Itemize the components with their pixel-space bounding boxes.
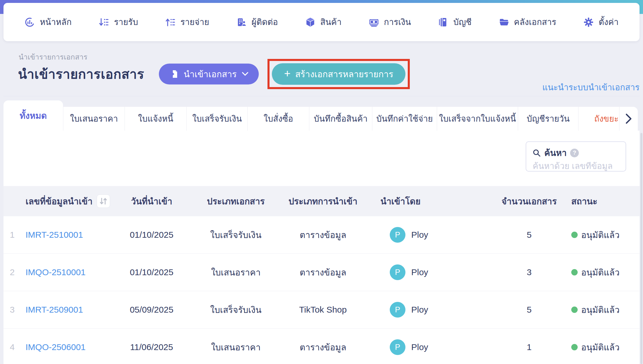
nav-label: รายจ่าย [180, 15, 209, 29]
doc-count: 5 [494, 230, 564, 240]
tabs-scroll-right-button[interactable] [619, 107, 638, 131]
row-number: 4 [3, 342, 21, 352]
import-button-label: นำเข้าเอกสาร [184, 67, 237, 81]
import-type: ตารางข้อมูล [279, 266, 367, 279]
nav-item-settings[interactable]: ตั้งค่า [583, 15, 619, 29]
status-cell: อนุมัติแล้ว [564, 340, 640, 354]
documents-icon [499, 17, 509, 28]
plus-icon: + [284, 68, 290, 79]
tab-daily-ledger[interactable]: บัญชีรายวัน [518, 107, 578, 131]
header-status: สถานะ [564, 194, 640, 208]
avatar: P [390, 339, 405, 355]
user-name: Ploy [411, 305, 428, 315]
chevron-right-icon [625, 113, 632, 124]
table-row[interactable]: 1 IMRT-2510001 01/10/2025 ใบเสร็จรับเงิน… [3, 216, 640, 254]
nav-item-contacts[interactable]: ผู้ติดต่อ [236, 15, 278, 29]
header-imported-by: นำเข้าโดย [367, 194, 494, 208]
status-badge: อนุมัติแล้ว [581, 340, 619, 354]
avatar: P [390, 264, 405, 280]
tab-expense-record[interactable]: บันทึกค่าใช้จ่าย [372, 107, 437, 131]
search-input[interactable] [533, 161, 617, 171]
status-dot-icon [571, 344, 578, 350]
header-import-type: ประเภทการนำเข้า [279, 194, 367, 208]
accounting-icon [438, 17, 449, 28]
search-help-icon[interactable]: ? [570, 149, 579, 157]
import-date: 11/06/2025 [111, 342, 192, 352]
import-type: ตารางข้อมูล [279, 228, 367, 242]
search-box[interactable]: ค้นหา ? [526, 141, 626, 172]
nav-item-expense[interactable]: รายจ่าย [165, 15, 209, 29]
page-title: นำเข้ารายการเอกสาร [18, 64, 144, 84]
vertical-scrollbar[interactable] [640, 133, 642, 364]
status-badge: อนุมัติแล้ว [581, 303, 619, 317]
import-table: เลขที่ข้อมูลนำเข้า วันที่นำเข้า ประเภทเอ… [3, 186, 640, 364]
content-panel: ค้นหา ? เลขที่ข้อมูลนำเข้า วันที่นำเข้า … [3, 131, 640, 364]
import-id-link[interactable]: IMRT-2510001 [21, 230, 111, 240]
table-row[interactable]: 2 IMQO-2510001 01/10/2025 ใบเสนอราคา ตาร… [3, 254, 640, 291]
settings-icon [583, 17, 594, 28]
status-badge: อนุมัติแล้ว [581, 266, 619, 279]
import-type: ตารางข้อมูล [279, 340, 367, 354]
imported-by-cell: P Ploy [367, 227, 494, 243]
status-cell: อนุมัติแล้ว [564, 266, 640, 279]
nav-item-home[interactable]: หน้าหลัก [24, 15, 72, 29]
doc-type: ใบเสร็จรับเงิน [192, 228, 279, 242]
tab-receipt-from-invoice[interactable]: ใบเสร็จจากใบแจ้งหนี้ [437, 107, 518, 131]
import-date: 01/10/2025 [111, 267, 192, 277]
import-date: 01/10/2025 [111, 230, 192, 240]
tab-invoice[interactable]: ใบแจ้งหนี้ [125, 107, 186, 131]
nav-item-income[interactable]: รายรับ [98, 15, 138, 29]
doc-type: ใบเสร็จรับเงิน [192, 303, 279, 317]
table-row[interactable]: 4 IMQO-2506001 11/06/2025 ใบเสนอราคา ตาร… [3, 329, 640, 364]
nav-item-finance[interactable]: การเงิน [369, 15, 411, 29]
header-import-id: เลขที่ข้อมูลนำเข้า [21, 194, 111, 208]
sort-arrows-icon [99, 197, 107, 205]
document-type-tabs: ทั้งหมด ใบเสนอราคา ใบแจ้งหนี้ ใบเสร็จรับ… [3, 100, 640, 131]
tab-all[interactable]: ทั้งหมด [3, 100, 63, 131]
avatar: P [390, 227, 405, 243]
import-id-link[interactable]: IMQO-2510001 [21, 267, 111, 277]
import-id-link[interactable]: IMRT-2509001 [21, 305, 111, 315]
row-number: 1 [3, 230, 21, 240]
doc-type: ใบเสนอราคา [192, 340, 279, 354]
tab-quotation[interactable]: ใบเสนอราคา [63, 107, 125, 131]
nav-label: ผู้ติดต่อ [252, 15, 278, 29]
contacts-icon [236, 17, 247, 28]
expense-icon [165, 17, 176, 28]
title-row: นำเข้ารายการเอกสาร นำเข้าเอกสาร + สร้างเ… [18, 60, 410, 89]
tab-trash[interactable]: ถังขยะ [578, 107, 619, 131]
import-date: 05/09/2025 [111, 305, 192, 315]
nav-item-products[interactable]: สินค้า [305, 15, 342, 29]
top-navigation: หน้าหลัก รายรับ รายจ่าย ผู้ติดต่อ สินค้า… [3, 3, 640, 41]
nav-label: รายรับ [114, 15, 138, 29]
nav-item-accounting[interactable]: บัญชี [438, 15, 472, 29]
import-document-button[interactable]: นำเข้าเอกสาร [159, 64, 259, 84]
import-id-link[interactable]: IMQO-2506001 [21, 342, 111, 352]
nav-label: คลังเอกสาร [514, 15, 556, 29]
nav-label: สินค้า [320, 15, 342, 29]
tutorial-highlight-box: + สร้างเอกสารหลายรายการ [267, 59, 410, 89]
sort-button[interactable] [97, 194, 110, 208]
nav-item-documents[interactable]: คลังเอกสาร [499, 15, 556, 29]
header-doc-count: จำนวนเอกสาร [494, 194, 564, 208]
user-name: Ploy [411, 230, 428, 240]
status-cell: อนุมัติแล้ว [564, 228, 640, 242]
tab-receipt[interactable]: ใบเสร็จรับเงิน [186, 107, 247, 131]
create-multiple-documents-button[interactable]: + สร้างเอกสารหลายรายการ [272, 63, 405, 85]
doc-count: 5 [494, 305, 564, 315]
tab-purchase-order[interactable]: ใบสั่งซื้อ [247, 107, 309, 131]
finance-icon [369, 17, 379, 28]
nav-label: หน้าหลัก [40, 15, 72, 29]
import-guide-link[interactable]: แนะนำระบบนำเข้าเอกสาร [542, 81, 640, 94]
import-type: TikTok Shop [279, 305, 367, 315]
imported-by-cell: P Ploy [367, 302, 494, 318]
doc-count: 1 [494, 342, 564, 352]
status-cell: อนุมัติแล้ว [564, 303, 640, 317]
tab-purchase-record[interactable]: บันทึกซื้อสินค้า [309, 107, 372, 131]
table-row[interactable]: 3 IMRT-2509001 05/09/2025 ใบเสร็จรับเงิน… [3, 291, 640, 329]
imported-by-cell: P Ploy [367, 339, 494, 355]
search-header: ค้นหา ? [533, 146, 619, 160]
imported-by-cell: P Ploy [367, 264, 494, 280]
doc-count: 3 [494, 267, 564, 277]
status-badge: อนุมัติแล้ว [581, 228, 619, 242]
